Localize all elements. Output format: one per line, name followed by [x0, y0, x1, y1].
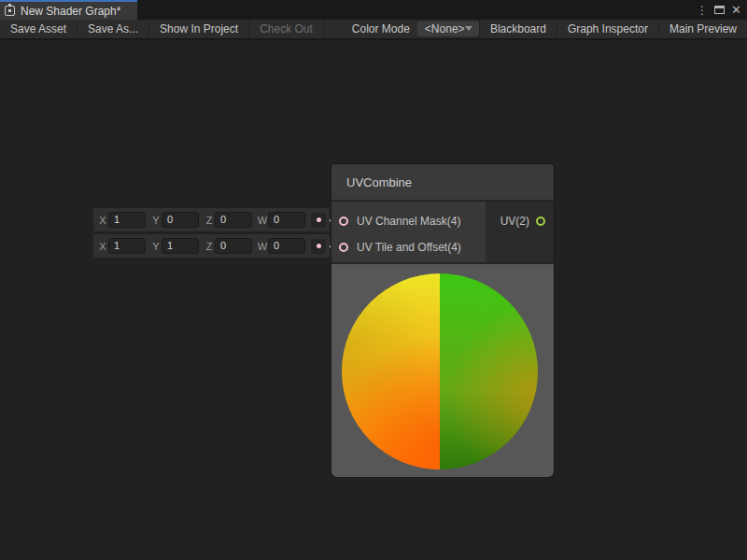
field-label-w: W [257, 215, 268, 226]
field-label-z: Z [204, 215, 215, 226]
graph-inspector-toggle-button[interactable]: Graph Inspector [557, 20, 658, 39]
titlebar: New Shader Graph* ⋮ ✕ [0, 0, 747, 20]
input-port-uv-channel-mask[interactable] [339, 217, 348, 226]
output-port-uv[interactable] [536, 217, 545, 226]
save-as-button[interactable]: Save As... [78, 20, 149, 39]
blackboard-toggle-button[interactable]: Blackboard [479, 20, 557, 39]
field-label-w: W [257, 241, 268, 252]
w-field[interactable]: 0 [268, 238, 305, 254]
shader-graph-icon [5, 6, 15, 16]
field-label-x: X [97, 241, 108, 252]
y-field[interactable]: 0 [162, 212, 199, 228]
field-label-x: X [97, 215, 108, 226]
color-mode-value: <None> [425, 22, 465, 35]
node-output-section: UV(2) [486, 202, 554, 262]
check-out-button: Check Out [249, 20, 324, 39]
shader-graph-window: New Shader Graph* ⋮ ✕ Save Asset Save As… [0, 0, 747, 560]
vector-output-port[interactable] [317, 217, 321, 222]
color-mode-label: Color Mode [324, 22, 417, 35]
color-mode-dropdown[interactable]: <None> [417, 21, 479, 36]
vector-output-port[interactable] [317, 244, 321, 248]
x-field[interactable]: 1 [108, 238, 146, 254]
vector4-input-row-1[interactable]: X 1 Y 0 Z 0 W 0 [93, 208, 330, 231]
input-port-row: UV Tile and Offset(4) [331, 234, 486, 260]
vector-output-port-cell [311, 239, 326, 254]
window-menu-icon[interactable]: ⋮ [697, 5, 708, 16]
z-field[interactable]: 0 [215, 212, 252, 228]
vector4-input-row-2[interactable]: X 1 Y 1 Z 0 W 0 [93, 234, 330, 258]
field-label-z: Z [204, 241, 215, 252]
chevron-down-icon [465, 26, 472, 31]
x-field[interactable]: 1 [108, 212, 146, 228]
main-preview-toggle-button[interactable]: Main Preview [658, 20, 747, 39]
input-port-label: UV Tile and Offset(4) [357, 241, 461, 254]
node-input-section: UV Channel Mask(4) UV Tile and Offset(4) [331, 202, 486, 262]
w-field[interactable]: 0 [268, 212, 305, 228]
window-controls: ⋮ ✕ [697, 0, 747, 20]
sphere-right-half [440, 273, 538, 469]
toolbar: Save Asset Save As... Show In Project Ch… [0, 20, 747, 39]
maximize-icon[interactable] [714, 6, 725, 14]
node-body: UV Channel Mask(4) UV Tile and Offset(4)… [331, 202, 554, 262]
show-in-project-button[interactable]: Show In Project [149, 20, 249, 39]
tab-new-shader-graph[interactable]: New Shader Graph* [0, 0, 137, 20]
output-port-row: UV(2) [486, 208, 554, 234]
input-port-label: UV Channel Mask(4) [357, 215, 460, 228]
field-label-y: Y [150, 241, 162, 252]
uv-preview-sphere [342, 273, 538, 469]
tab-title: New Shader Graph* [21, 5, 120, 18]
input-port-row: UV Channel Mask(4) [331, 208, 486, 234]
input-port-uv-tile-offset[interactable] [339, 243, 348, 252]
output-port-label: UV(2) [500, 215, 529, 228]
z-field[interactable]: 0 [215, 238, 252, 254]
uvcombine-node[interactable]: UVCombine UV Channel Mask(4) UV Tile and… [331, 164, 554, 477]
sphere-left-half [342, 273, 440, 469]
graph-canvas[interactable]: X 1 Y 0 Z 0 W 0 X 1 Y 1 Z 0 W 0 [0, 40, 747, 560]
field-label-y: Y [150, 215, 162, 226]
node-preview [331, 264, 554, 477]
y-field[interactable]: 1 [162, 238, 199, 254]
node-title[interactable]: UVCombine [331, 164, 554, 200]
vector-output-port-cell [311, 213, 326, 228]
save-asset-button[interactable]: Save Asset [0, 20, 78, 39]
close-icon[interactable]: ✕ [731, 4, 741, 16]
